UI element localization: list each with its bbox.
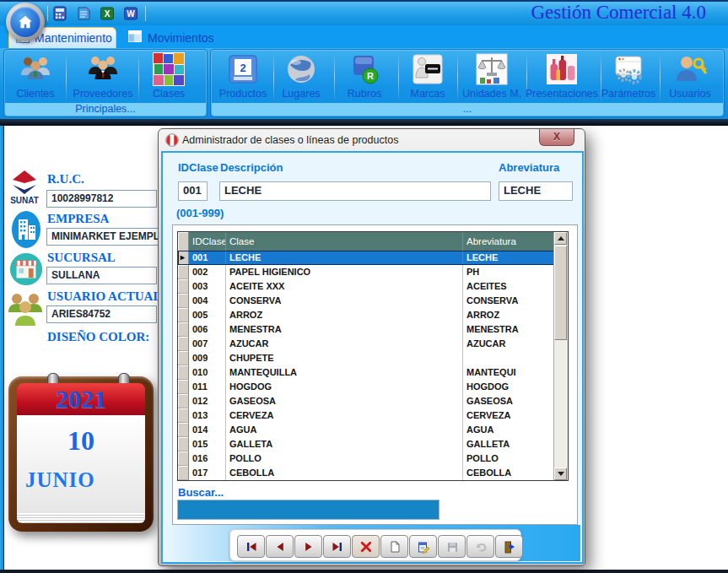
- row-selector[interactable]: [178, 394, 189, 408]
- nav-new-button[interactable]: [380, 535, 408, 558]
- table-row[interactable]: 006MENESTRAMENESTRA: [178, 322, 554, 337]
- cell: AGUA: [226, 423, 463, 437]
- nav-exit-button[interactable]: [495, 535, 523, 558]
- table-row[interactable]: 010MANTEQUILLAMANTEQUI: [178, 365, 554, 380]
- row-selector[interactable]: [178, 466, 189, 480]
- window-left-border: [0, 126, 4, 570]
- cell: ACEITES: [463, 279, 554, 294]
- row-selector[interactable]: [178, 322, 189, 337]
- table-row[interactable]: 016POLLOPOLLO: [178, 451, 554, 466]
- table-row[interactable]: 009CHUPETE: [178, 351, 554, 365]
- row-selector[interactable]: [178, 294, 189, 308]
- nav-save-button[interactable]: [438, 535, 466, 558]
- nav-last-button[interactable]: [323, 535, 351, 558]
- calculator-icon[interactable]: [52, 6, 67, 21]
- table-row[interactable]: 015GALLETAGALLETA: [178, 437, 554, 451]
- ribbon-item-clientes[interactable]: Clientes: [8, 51, 62, 100]
- edit-icon: [417, 540, 430, 554]
- scroll-down-button[interactable]: [554, 468, 567, 480]
- abreviatura-field[interactable]: LECHE: [499, 181, 573, 201]
- classes-dialog: Administrador de clases o líneas de prod…: [158, 128, 585, 566]
- row-selector[interactable]: [178, 365, 189, 380]
- row-selector[interactable]: [178, 451, 189, 466]
- close-icon[interactable]: X: [539, 129, 574, 146]
- ribbon-item-marcas[interactable]: Marcas: [402, 51, 454, 100]
- row-selector[interactable]: [178, 308, 189, 322]
- undo-icon: [474, 540, 488, 554]
- scrollbar-thumb[interactable]: [554, 246, 567, 340]
- tab-movimientos[interactable]: Movimientos: [123, 27, 233, 48]
- ribbon-item-clases[interactable]: Clases: [142, 51, 196, 100]
- ribbon-item-lugares[interactable]: Lugares: [275, 51, 327, 100]
- ribbon-item-presentaciones[interactable]: Presentaciones: [525, 51, 599, 100]
- table-row[interactable]: ►001LECHELECHE: [178, 251, 554, 265]
- row-selector[interactable]: [178, 423, 189, 437]
- row-selector[interactable]: [178, 265, 189, 279]
- column-header[interactable]: Abreviatura: [463, 232, 554, 251]
- ribbon-item-label: Rubros: [337, 88, 391, 100]
- cell: HOGDOG: [226, 380, 463, 394]
- cell: 016: [189, 451, 226, 466]
- notes-icon[interactable]: [76, 6, 91, 21]
- svg-text:X: X: [105, 9, 111, 19]
- empresa-field[interactable]: MINIMARKET EJEMPLO: [46, 228, 173, 246]
- parameters-icon: [599, 51, 658, 88]
- classes-icon: [142, 51, 196, 88]
- table-row[interactable]: 004CONSERVACONSERVA: [178, 294, 554, 308]
- ribbon-item-unidades[interactable]: Unidades M,: [460, 51, 524, 100]
- next-icon: [302, 540, 315, 554]
- first-icon: [245, 540, 258, 554]
- home-button[interactable]: [6, 3, 45, 41]
- table-row[interactable]: 014AGUAAGUA: [178, 423, 554, 437]
- nav-next-button[interactable]: [294, 535, 322, 558]
- table-row[interactable]: 003ACEITE XXXACEITES: [178, 279, 554, 294]
- row-selector[interactable]: [178, 437, 189, 451]
- table-row[interactable]: 012GASEOSAGASEOSA: [178, 394, 554, 408]
- column-header[interactable]: Clase: [226, 232, 463, 251]
- svg-text:2: 2: [240, 62, 245, 74]
- table-row[interactable]: 013CERVEZACERVEZA: [178, 408, 554, 423]
- nav-delete-button[interactable]: [352, 535, 380, 558]
- row-selector[interactable]: [178, 351, 189, 365]
- search-input[interactable]: [177, 500, 439, 520]
- ribbon-item-productos[interactable]: 2 Productos: [215, 51, 271, 100]
- word-icon[interactable]: W: [123, 6, 138, 21]
- usuario-field[interactable]: ARIES84752: [46, 305, 157, 323]
- row-selector-current[interactable]: ►: [178, 251, 189, 265]
- ribbon-item-usuarios[interactable]: Usuarios: [663, 51, 717, 100]
- cell: LECHE: [226, 251, 463, 265]
- nav-first-button[interactable]: [237, 535, 265, 558]
- usuario-label: USUARIO ACTUAL: [47, 289, 161, 304]
- table-row[interactable]: 011HOGDOGHOGDOG: [178, 380, 554, 394]
- ribbon-item-label: Proveedores: [69, 88, 137, 100]
- scroll-up-button[interactable]: [554, 232, 567, 245]
- table-row[interactable]: 007AZUCARAZUCAR: [178, 337, 554, 351]
- row-selector[interactable]: [178, 337, 189, 351]
- excel-icon[interactable]: X: [100, 6, 115, 21]
- vertical-scrollbar[interactable]: [553, 232, 568, 480]
- nav-previous-button[interactable]: [266, 535, 294, 558]
- row-selector[interactable]: [178, 380, 189, 394]
- nav-edit-button[interactable]: [409, 535, 437, 558]
- ruc-field[interactable]: 10028997812: [46, 190, 157, 208]
- descripcion-field[interactable]: LECHE: [219, 181, 491, 201]
- last-icon: [331, 540, 344, 554]
- row-selector[interactable]: [178, 408, 189, 423]
- calendar-body: 10 JUNIO: [17, 415, 145, 513]
- cell: [463, 351, 554, 365]
- sucursal-field[interactable]: SULLANA: [46, 267, 157, 284]
- idclase-field[interactable]: 001: [178, 181, 208, 201]
- cell: 012: [189, 394, 226, 408]
- table-row[interactable]: 002PAPEL HIGIENICOPH: [178, 265, 554, 279]
- svg-text:R: R: [367, 71, 374, 81]
- nav-undo-button[interactable]: [466, 535, 494, 558]
- cell: CONSERVA: [226, 294, 463, 308]
- table-row[interactable]: 005ARROZARROZ: [178, 308, 554, 322]
- column-header[interactable]: IDClase: [189, 232, 226, 251]
- cell: 007: [189, 337, 226, 351]
- ribbon-item-rubros[interactable]: R Rubros: [337, 51, 391, 100]
- table-row[interactable]: 017CEBOLLACEBOLLA: [178, 466, 554, 480]
- row-selector[interactable]: [178, 279, 189, 294]
- ribbon-item-parametros[interactable]: Parámetros: [599, 51, 658, 100]
- ribbon-item-proveedores[interactable]: Proveedores: [69, 51, 137, 100]
